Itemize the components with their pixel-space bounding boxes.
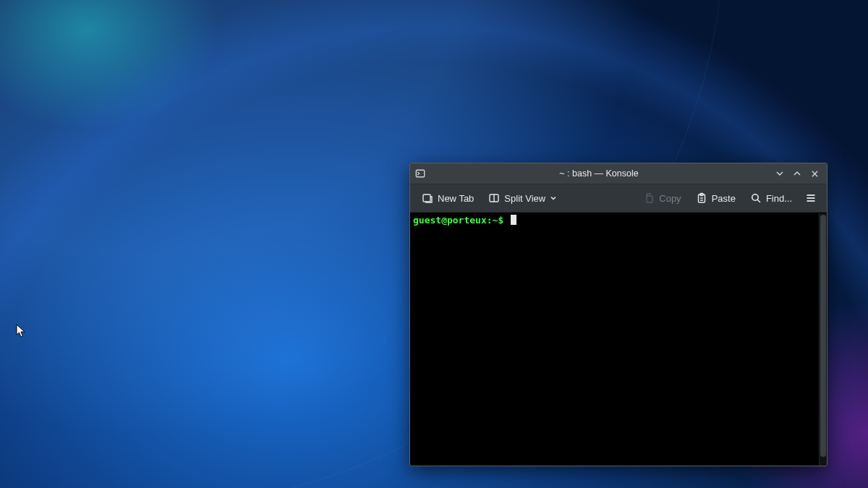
paste-label: Paste — [712, 193, 736, 204]
window-title: ~ : bash — Konsole — [430, 168, 767, 179]
find-button[interactable]: Find... — [744, 189, 798, 207]
hamburger-menu-button[interactable] — [801, 189, 821, 207]
copy-button[interactable]: Copy — [637, 189, 686, 207]
terminal-output[interactable]: guest@porteux:~$ — [410, 213, 819, 466]
new-tab-label: New Tab — [438, 193, 474, 204]
svg-line-10 — [757, 200, 760, 202]
chevron-down-icon — [550, 194, 557, 202]
terminal-area[interactable]: guest@porteux:~$ — [410, 213, 827, 466]
desktop-wallpaper: ~ : bash — Konsole — [0, 0, 868, 488]
svg-point-9 — [752, 194, 758, 200]
split-view-label: Split View — [504, 193, 545, 204]
mouse-cursor-icon — [16, 324, 26, 338]
terminal-scrollbar[interactable] — [819, 213, 827, 466]
toolbar: New Tab Split View — [410, 184, 827, 213]
shell-prompt: guest@porteux:~$ — [413, 215, 503, 226]
hamburger-icon — [805, 192, 817, 204]
scrollbar-thumb[interactable] — [820, 215, 826, 457]
paste-button[interactable]: Paste — [690, 189, 741, 207]
maximize-button[interactable] — [789, 166, 805, 181]
text-cursor — [511, 215, 516, 225]
paste-icon — [696, 192, 707, 204]
svg-rect-1 — [423, 194, 430, 202]
svg-rect-0 — [416, 170, 424, 177]
svg-rect-4 — [647, 196, 652, 202]
find-label: Find... — [766, 193, 792, 204]
copy-icon — [643, 192, 655, 204]
copy-label: Copy — [659, 193, 681, 204]
close-button[interactable] — [807, 166, 822, 181]
search-icon — [750, 192, 762, 204]
new-tab-icon — [422, 192, 433, 204]
new-tab-button[interactable]: New Tab — [416, 189, 480, 207]
app-icon — [414, 168, 426, 179]
minimize-button[interactable] — [772, 166, 788, 181]
split-view-icon — [488, 192, 500, 204]
window-titlebar[interactable]: ~ : bash — Konsole — [410, 163, 827, 184]
konsole-window: ~ : bash — Konsole — [409, 163, 827, 466]
split-view-button[interactable]: Split View — [482, 189, 563, 207]
